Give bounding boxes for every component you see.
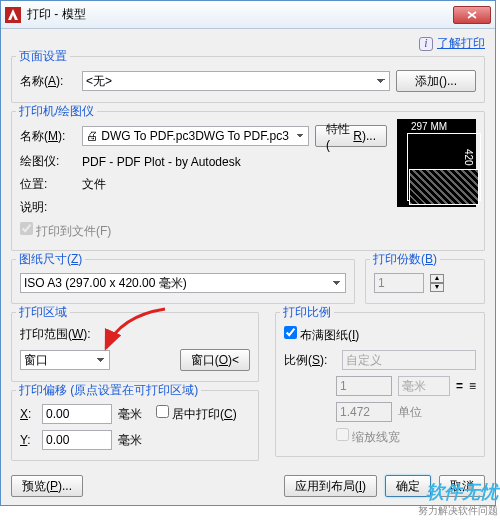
printer-props-button[interactable]: 特性(R)... — [315, 125, 387, 147]
paper-preview: 297 MM 420 MM — [397, 119, 476, 207]
scale-label: 比例(S): — [284, 352, 336, 369]
offset-x-input[interactable] — [42, 404, 112, 424]
scale-lineweight-check: 缩放线宽 — [336, 428, 400, 446]
scale-den-input — [336, 402, 392, 422]
printer-legend: 打印机/绘图仪 — [16, 103, 97, 120]
plotter-value: PDF - PDF Plot - by Autodesk — [82, 155, 241, 169]
area-legend: 打印区域 — [16, 304, 70, 321]
scale-legend: 打印比例 — [280, 304, 334, 321]
preview-button[interactable]: 预览(P)... — [11, 475, 83, 497]
range-select[interactable]: 窗口 — [20, 350, 110, 370]
offset-y-label: Y: — [20, 433, 36, 447]
watermark: 软件无忧 努力解决软件问题 — [418, 480, 498, 518]
options-icon[interactable]: ≡ — [469, 379, 476, 393]
apply-layout-button[interactable]: 应用到布局(I) — [284, 475, 377, 497]
copies-input — [374, 273, 424, 293]
close-button[interactable] — [453, 6, 491, 24]
scale-unit2: 单位 — [398, 404, 422, 421]
printer-name-select[interactable]: 🖨 DWG To PDF.pc3DWG To PDF.pc3 — [82, 126, 309, 146]
window-title: 打印 - 模型 — [27, 6, 453, 23]
range-label: 打印范围(W): — [20, 326, 91, 343]
page-setup-legend: 页面设置 — [16, 48, 70, 65]
fit-paper-check[interactable]: 布满图纸(I) — [284, 326, 359, 344]
window-pick-button[interactable]: 窗口(O)< — [180, 349, 250, 371]
offset-x-unit: 毫米 — [118, 406, 142, 423]
location-value: 文件 — [82, 176, 106, 193]
scale-eq: = — [456, 379, 463, 393]
scale-unit1-select: 毫米 — [398, 376, 450, 396]
page-name-select[interactable]: <无> — [82, 71, 390, 91]
location-label: 位置: — [20, 176, 76, 193]
learn-print-link[interactable]: 了解打印 — [437, 35, 485, 52]
copies-spinner: ▲▼ — [430, 274, 444, 292]
scale-num-input — [336, 376, 392, 396]
center-print-check[interactable]: 居中打印(C) — [156, 405, 237, 423]
page-name-label: 名称(A): — [20, 73, 76, 90]
printer-name-label: 名称(M): — [20, 128, 76, 145]
paper-legend: 图纸尺寸(Z) — [16, 251, 85, 268]
offset-x-label: X: — [20, 407, 36, 421]
desc-label: 说明: — [20, 199, 76, 216]
app-icon — [5, 7, 21, 23]
paper-size-select[interactable]: ISO A3 (297.00 x 420.00 毫米) — [20, 273, 346, 293]
info-icon: i — [419, 37, 433, 51]
offset-legend: 打印偏移 (原点设置在可打印区域) — [16, 382, 201, 399]
offset-y-input[interactable] — [42, 430, 112, 450]
print-to-file-check: 打印到文件(F) — [20, 222, 111, 240]
add-button[interactable]: 添加()... — [396, 70, 476, 92]
offset-y-unit: 毫米 — [118, 432, 142, 449]
scale-select: 自定义 — [342, 350, 476, 370]
copies-legend: 打印份数(B) — [370, 251, 440, 268]
plotter-label: 绘图仪: — [20, 153, 76, 170]
